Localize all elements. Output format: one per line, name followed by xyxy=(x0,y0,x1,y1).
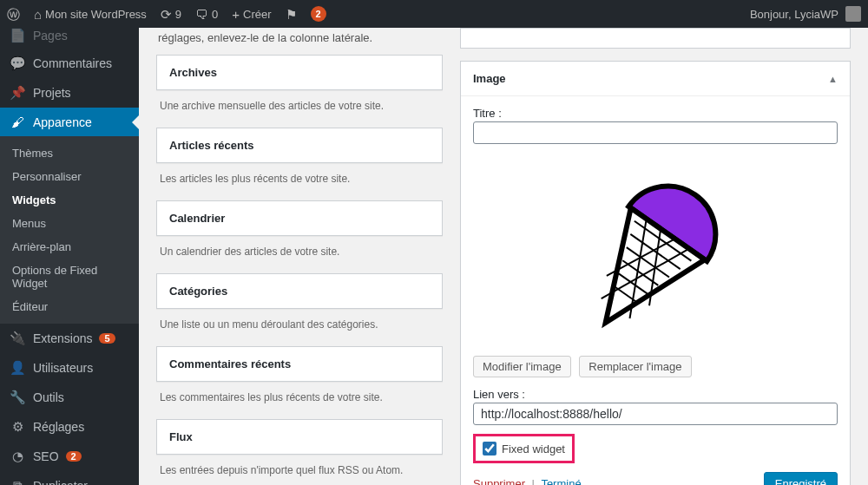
comment-icon: 💬 xyxy=(9,56,26,71)
widget-categories[interactable]: Catégories xyxy=(156,273,443,309)
done-link[interactable]: Terminé xyxy=(541,477,581,485)
edit-image-button[interactable]: Modifier l'image xyxy=(473,356,571,377)
delete-link[interactable]: Supprimer xyxy=(473,477,525,485)
greeting-text: Bonjour, LyciaWP xyxy=(750,8,838,21)
avatar xyxy=(845,6,861,22)
widget-image-header[interactable]: Image ▲ xyxy=(461,62,850,96)
icecream-icon xyxy=(542,156,768,347)
seo-count: 2 xyxy=(66,451,82,462)
sidebar-item-appearance[interactable]: 🖌 Apparence xyxy=(0,108,139,136)
replace-image-button[interactable]: Remplacer l'image xyxy=(579,356,691,377)
sidebar-area-column: Image ▲ Titre : xyxy=(460,28,851,485)
extra-link[interactable]: ⚑ xyxy=(279,0,304,28)
sidebar-item-label: Réglages xyxy=(33,420,84,434)
admin-menu: 📄 Pages 💬 Commentaires 📌 Projets 🖌 Appar… xyxy=(0,28,139,485)
link-input[interactable] xyxy=(473,403,838,425)
submenu-fixed-widget[interactable]: Options de Fixed Widget xyxy=(0,259,139,295)
brush-icon: 🖌 xyxy=(9,115,26,129)
submenu-customize[interactable]: Personnaliser xyxy=(0,165,139,188)
submenu-themes[interactable]: Thèmes xyxy=(0,141,139,165)
sidebar-item-comments[interactable]: 💬 Commentaires xyxy=(0,49,139,78)
chevron-up-icon: ▲ xyxy=(828,74,838,84)
extensions-count: 5 xyxy=(99,333,115,344)
updates-badge: 2 xyxy=(311,6,326,22)
available-widgets-desc: réglages, enlevez-le de la colonne latér… xyxy=(156,28,443,55)
sidebar-item-label: Apparence xyxy=(33,115,92,129)
admin-bar: ⓦ ⌂ Mon site WordPress ⟳ 9 🗨 0 + Créer ⚑… xyxy=(0,0,868,28)
available-widgets-column: réglages, enlevez-le de la colonne latér… xyxy=(139,28,443,485)
sidebar-item-label: Pages xyxy=(33,29,68,43)
plus-icon: + xyxy=(232,8,240,21)
widget-calendar[interactable]: Calendrier xyxy=(156,200,443,236)
submenu-widgets[interactable]: Widgets xyxy=(0,188,139,212)
sidebar-item-users[interactable]: 👤 Utilisateurs xyxy=(0,353,139,383)
plugin-icon: 🔌 xyxy=(9,331,26,346)
collapsed-widget-placeholder[interactable] xyxy=(460,28,851,49)
site-link[interactable]: ⌂ Mon site WordPress xyxy=(27,0,154,28)
sidebar-item-settings[interactable]: ⚙ Réglages xyxy=(0,412,139,442)
fixed-widget-checkbox[interactable] xyxy=(483,442,496,456)
wrench-icon: 🔧 xyxy=(9,390,26,405)
sidebar-item-label: Utilisateurs xyxy=(33,361,93,375)
sidebar-item-label: Projets xyxy=(33,86,71,100)
sidebar-item-seo[interactable]: ◔ SEO 2 xyxy=(0,442,139,471)
sidebar-item-label: SEO xyxy=(33,449,59,463)
sidebar-item-duplicator[interactable]: ⧉ Duplicator xyxy=(0,471,139,485)
widget-rss[interactable]: Flux xyxy=(156,419,443,455)
copy-icon: ⧉ xyxy=(9,478,26,485)
wp-logo[interactable]: ⓦ xyxy=(0,0,27,28)
submenu-editor[interactable]: Éditeur xyxy=(0,295,139,318)
home-icon: ⌂ xyxy=(34,8,42,21)
link-label: Lien vers : xyxy=(473,388,838,401)
save-button[interactable]: Enregistré xyxy=(764,472,838,485)
comments-link[interactable]: 🗨 0 xyxy=(188,0,225,28)
sidebar-item-label: Extensions xyxy=(33,331,92,345)
sidebar-item-pages[interactable]: 📄 Pages xyxy=(0,28,139,49)
widget-recent-posts[interactable]: Articles récents xyxy=(156,128,443,163)
fixed-widget-label: Fixed widget xyxy=(502,442,565,456)
refresh-link[interactable]: ⟳ 9 xyxy=(154,0,188,28)
sidebar-item-projects[interactable]: 📌 Projets xyxy=(0,78,139,108)
comment-icon: 🗨 xyxy=(195,8,208,21)
sidebar-item-label: Outils xyxy=(33,390,64,404)
widget-image-open: Image ▲ Titre : xyxy=(460,61,851,485)
create-label: Créer xyxy=(243,8,272,21)
image-preview xyxy=(473,156,838,347)
submenu-menus[interactable]: Menus xyxy=(0,212,139,235)
pin-icon: 📌 xyxy=(9,85,26,101)
user-greeting[interactable]: Bonjour, LyciaWP xyxy=(743,0,868,28)
title-label: Titre : xyxy=(473,107,838,120)
widget-image-body: Titre : xyxy=(461,96,850,485)
widget-recent-comments[interactable]: Commentaires récents xyxy=(156,346,443,382)
sidebar-item-tools[interactable]: 🔧 Outils xyxy=(0,383,139,412)
refresh-icon: ⟳ xyxy=(161,8,172,21)
sidebar-item-label: Duplicator xyxy=(33,479,88,485)
create-link[interactable]: + Créer xyxy=(225,0,278,28)
flag-icon: ⚑ xyxy=(286,8,297,21)
seo-icon: ◔ xyxy=(9,449,26,464)
fixed-widget-highlight: Fixed widget xyxy=(473,434,575,463)
user-icon: 👤 xyxy=(9,360,26,376)
appearance-submenu: Thèmes Personnaliser Widgets Menus Arriè… xyxy=(0,136,139,324)
image-buttons-row: Modifier l'image Remplacer l'image xyxy=(473,356,838,377)
wordpress-icon: ⓦ xyxy=(7,8,20,21)
title-input[interactable] xyxy=(473,121,838,144)
sidebar-item-label: Commentaires xyxy=(33,56,112,70)
widget-footer-row: Supprimer | Terminé Enregistré xyxy=(473,472,838,485)
submenu-background[interactable]: Arrière-plan xyxy=(0,235,139,259)
sidebar-item-extensions[interactable]: 🔌 Extensions 5 xyxy=(0,324,139,353)
refresh-count: 9 xyxy=(175,8,181,21)
widget-archives[interactable]: Archives xyxy=(156,55,443,90)
comments-count: 0 xyxy=(212,8,218,21)
updates-link[interactable]: 2 xyxy=(304,0,333,28)
widget-image-title: Image xyxy=(473,72,506,85)
content-wrap: réglages, enlevez-le de la colonne latér… xyxy=(139,28,868,485)
page-icon: 📄 xyxy=(9,28,26,43)
site-name: Mon site WordPress xyxy=(45,8,147,21)
sliders-icon: ⚙ xyxy=(9,419,26,435)
